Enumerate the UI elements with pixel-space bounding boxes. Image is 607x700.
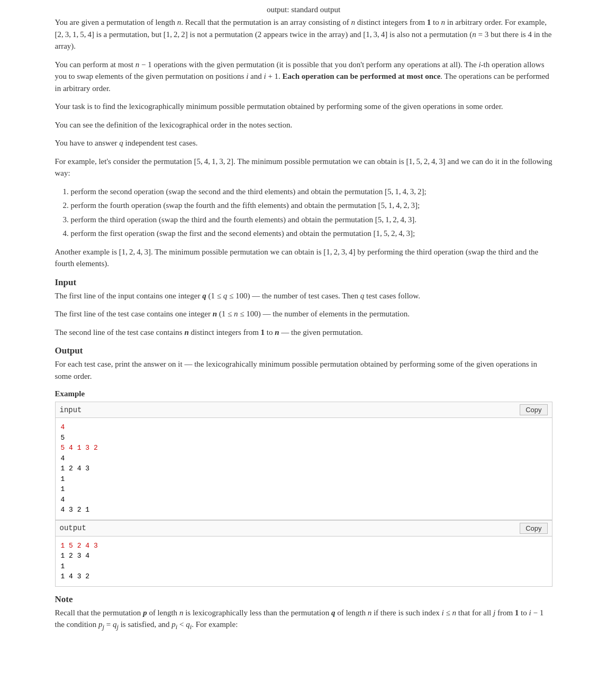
input-line-8: 4 xyxy=(61,496,65,504)
input-paragraph-1: The first line of the input contains one… xyxy=(55,290,552,302)
example-heading: Example xyxy=(55,389,552,398)
output-heading: Output xyxy=(55,346,552,356)
output-copy-button[interactable]: Copy xyxy=(520,523,547,534)
output-block-label: output xyxy=(60,524,86,532)
input-block-label: input xyxy=(60,406,82,414)
output-block-header: output Copy xyxy=(56,521,552,537)
input-code-block: input Copy 4 5 5 4 1 3 2 4 1 2 4 3 1 1 4… xyxy=(55,402,552,520)
another-example-paragraph: Another example is [1, 2, 4, 3]. The min… xyxy=(55,246,552,270)
note-heading: Note xyxy=(55,594,552,605)
note-paragraph-1: Recall that the permutation p of length … xyxy=(55,607,552,632)
steps-list: perform the second operation (swap the s… xyxy=(71,186,552,240)
input-line-4: 4 xyxy=(61,454,65,462)
note-section: Note Recall that the permutation p of le… xyxy=(55,594,552,632)
output-code-block: output Copy 1 5 2 4 3 1 2 3 4 1 1 4 3 2 xyxy=(55,520,552,587)
input-line-7: 1 xyxy=(61,485,65,493)
intro-paragraph-3: Your task is to find the lexicographical… xyxy=(55,101,552,113)
intro-paragraph-5: You have to answer q independent test ca… xyxy=(55,137,552,149)
output-line-2: 1 2 3 4 xyxy=(61,552,90,560)
input-heading: Input xyxy=(55,277,552,288)
example-intro-paragraph: For example, let's consider the permutat… xyxy=(55,156,552,179)
input-line-1: 4 xyxy=(61,423,65,431)
input-line-5: 1 2 4 3 xyxy=(61,465,90,472)
output-line-4: 1 4 3 2 xyxy=(61,572,90,580)
output-line-1: 1 5 2 4 3 xyxy=(61,542,98,550)
intro-paragraph-1: You are given a permutation of length n.… xyxy=(55,16,552,52)
step-1: perform the second operation (swap the s… xyxy=(71,186,552,198)
input-line-2: 5 xyxy=(61,434,65,442)
intro-paragraph-2: You can perform at most n − 1 operations… xyxy=(55,59,552,95)
step-2: perform the fourth operation (swap the f… xyxy=(71,199,552,212)
step-3: perform the third operation (swap the th… xyxy=(71,214,552,226)
input-block-body: 4 5 5 4 1 3 2 4 1 2 4 3 1 1 4 4 3 2 1 xyxy=(56,418,552,520)
input-copy-button[interactable]: Copy xyxy=(520,404,547,415)
input-block-header: input Copy xyxy=(56,402,552,418)
input-line-9: 4 3 2 1 xyxy=(61,506,90,514)
output-block-body: 1 5 2 4 3 1 2 3 4 1 1 4 3 2 xyxy=(56,537,552,586)
intro-paragraph-4: You can see the definition of the lexico… xyxy=(55,119,552,131)
output-label: output: standard output xyxy=(55,5,552,14)
output-line-3: 1 xyxy=(61,562,65,570)
input-line-3: 5 4 1 3 2 xyxy=(61,444,98,452)
input-paragraph-3: The second line of the test case contain… xyxy=(55,326,552,339)
input-paragraph-2: The first line of the test case contains… xyxy=(55,308,552,320)
input-line-6: 1 xyxy=(61,475,65,483)
output-paragraph-1: For each test case, print the answer on … xyxy=(55,358,552,382)
step-4: perform the first operation (swap the fi… xyxy=(71,228,552,240)
